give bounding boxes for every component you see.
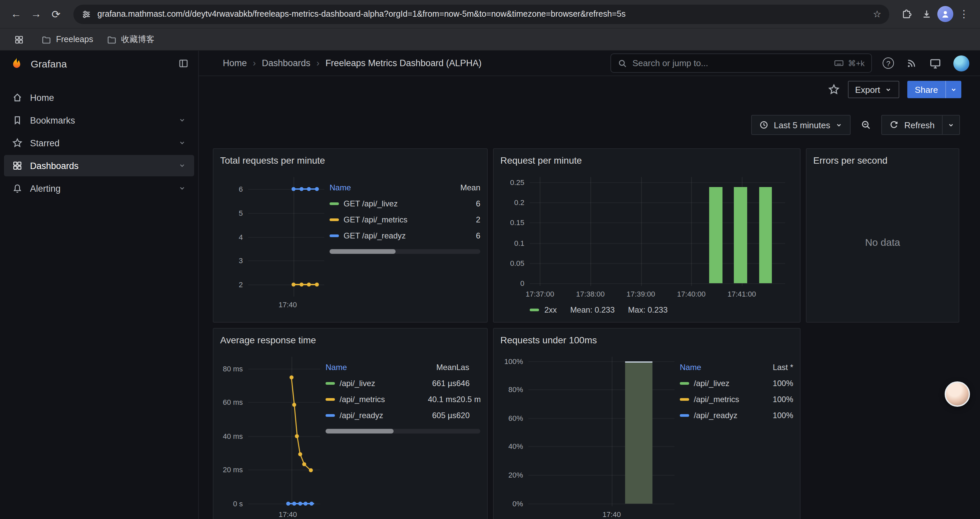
bookmark-star-icon[interactable]: ☆ <box>873 9 881 19</box>
url-bar[interactable]: grafana.mathmast.com/d/deytv4rwavabkb/fr… <box>73 4 889 24</box>
sidebar-item-bookmarks[interactable]: Bookmarks <box>4 110 194 131</box>
panel-title[interactable]: Average response time <box>220 333 480 347</box>
legend-series-name[interactable]: /api/_livez <box>680 379 756 388</box>
legend-value: 6 <box>443 231 480 241</box>
share-menu-caret[interactable] <box>945 81 961 98</box>
bar-chart[interactable]: 100%80%60%40%20%0%17:40 <box>528 357 675 506</box>
assistant-avatar[interactable] <box>945 382 970 407</box>
forward-button[interactable]: → <box>27 5 45 23</box>
legend-series-name[interactable]: /api/_metrics <box>326 395 414 404</box>
search-input[interactable]: Search or jump to... ⌘+k <box>611 53 872 73</box>
y-axis-label: 0.25 <box>510 178 524 186</box>
breadcrumb-home[interactable]: Home <box>223 58 247 68</box>
sidebar-item-dashboards[interactable]: Dashboards <box>4 155 194 176</box>
export-button[interactable]: Export <box>848 81 899 98</box>
series-point <box>292 402 296 406</box>
legend-series-name[interactable]: GET /api/_metrics <box>329 215 443 224</box>
sidebar-toggle-icon[interactable] <box>178 58 189 69</box>
sidebar-item-alerting[interactable]: Alerting <box>4 178 194 199</box>
profile-avatar[interactable] <box>937 6 953 22</box>
legend-column-header[interactable]: Mean <box>414 363 456 372</box>
series-line <box>294 188 317 190</box>
legend-series-name[interactable]: /api/_readyz <box>680 411 756 420</box>
panel-average-response-time: Average response time 80 ms60 ms40 ms20 … <box>213 328 488 519</box>
bookmark-folder-freeleaps[interactable]: Freeleaps <box>41 34 93 45</box>
y-axis-label: 5 <box>239 209 243 217</box>
gridline <box>528 418 675 419</box>
extensions-icon[interactable] <box>897 5 916 23</box>
gridline <box>294 177 294 297</box>
y-axis-label: 80% <box>508 386 523 394</box>
time-range-picker[interactable]: Last 5 minutes <box>751 115 851 135</box>
y-axis-label: 4 <box>239 233 243 241</box>
chevron-down-icon[interactable] <box>178 184 186 192</box>
legend-column-header[interactable]: Name <box>329 183 443 192</box>
zoom-out-button[interactable] <box>856 115 876 135</box>
legend-series-name[interactable]: 2xx <box>544 305 557 315</box>
legend-column-header[interactable]: Name <box>326 363 414 372</box>
y-axis-label: 100% <box>504 357 523 365</box>
browser-menu-icon[interactable]: ⋮ <box>955 5 973 23</box>
series-color-swatch <box>326 398 335 401</box>
back-button[interactable]: ← <box>7 5 25 23</box>
legend-series-name[interactable]: /api/_metrics <box>680 395 756 404</box>
legend-series-name[interactable]: /api/_livez <box>326 379 414 388</box>
legend-series-name[interactable]: GET /api/_readyz <box>329 231 443 241</box>
site-info-icon[interactable] <box>81 9 91 19</box>
panel-title[interactable]: Requests under 100ms <box>500 333 793 347</box>
reload-button[interactable]: ⟳ <box>47 5 65 23</box>
x-axis-label: 17:37:00 <box>526 290 554 298</box>
chevron-down-icon[interactable] <box>178 116 186 124</box>
panel-title[interactable]: Request per minute <box>500 153 793 168</box>
legend-column-header[interactable]: Last * <box>756 363 793 372</box>
legend-scrollbar[interactable] <box>329 249 480 254</box>
legend-series-name[interactable]: /api/_readyz <box>326 411 414 420</box>
refresh-interval-caret[interactable] <box>942 115 959 134</box>
breadcrumb-dashboards[interactable]: Dashboards <box>262 58 310 68</box>
sidebar-item-home[interactable]: Home <box>4 87 194 108</box>
monitor-icon[interactable] <box>929 57 941 69</box>
x-axis-label: 17:40 <box>602 510 621 518</box>
time-series-chart[interactable]: 6543217:40 <box>248 177 324 297</box>
panel-title[interactable]: Errors per second <box>813 153 952 168</box>
downloads-icon[interactable] <box>917 5 936 23</box>
search-placeholder: Search or jump to... <box>632 58 708 68</box>
gridline <box>530 283 785 284</box>
chevron-down-icon[interactable] <box>178 162 186 170</box>
legend-series-name[interactable]: GET /api/_livez <box>329 199 443 208</box>
news-rss-icon[interactable] <box>906 57 917 69</box>
share-button[interactable]: Share <box>908 81 961 98</box>
series-color-swatch <box>680 414 689 417</box>
series-color-swatch <box>680 382 689 385</box>
legend-value: 100% <box>756 379 793 388</box>
scrollbar-thumb[interactable] <box>326 429 394 433</box>
refresh-button[interactable]: Refresh <box>881 115 960 135</box>
legend-value: 100% <box>756 411 793 420</box>
legend-value: 646 <box>456 379 480 388</box>
url-text[interactable]: grafana.mathmast.com/d/deytv4rwavabkb/fr… <box>97 10 867 19</box>
legend-column-header[interactable]: Name <box>680 363 756 372</box>
legend-header: NameMean <box>329 180 480 196</box>
favorite-star-icon[interactable] <box>827 83 840 96</box>
series-color-swatch <box>680 398 689 401</box>
apps-grid-icon[interactable] <box>10 30 28 49</box>
chevron-down-icon[interactable] <box>178 139 186 147</box>
gridline <box>528 503 675 504</box>
time-series-chart[interactable]: 80 ms60 ms40 ms20 ms0 s17:40 <box>248 357 320 506</box>
bar-chart[interactable]: 0.250.20.150.10.05017:37:0017:38:0017:39… <box>530 177 785 286</box>
help-icon[interactable]: ? <box>883 57 894 69</box>
series-color-swatch <box>329 219 339 221</box>
series-color-swatch <box>326 382 335 385</box>
legend-column-header[interactable]: Mean <box>443 183 480 192</box>
bookmark-folder-blogs[interactable]: 收藏博客 <box>107 34 154 45</box>
keyboard-icon <box>834 58 844 68</box>
scrollbar-thumb[interactable] <box>329 249 396 254</box>
grafana-logo[interactable] <box>10 56 24 71</box>
panel-title[interactable]: Total requests per minute <box>220 153 480 168</box>
sidebar-item-starred[interactable]: Starred <box>4 132 194 153</box>
series-color-swatch <box>329 235 339 237</box>
folder-icon <box>41 34 51 45</box>
user-avatar[interactable] <box>953 55 969 71</box>
legend-column-header[interactable]: Las <box>456 363 480 372</box>
legend-scrollbar[interactable] <box>326 429 480 433</box>
